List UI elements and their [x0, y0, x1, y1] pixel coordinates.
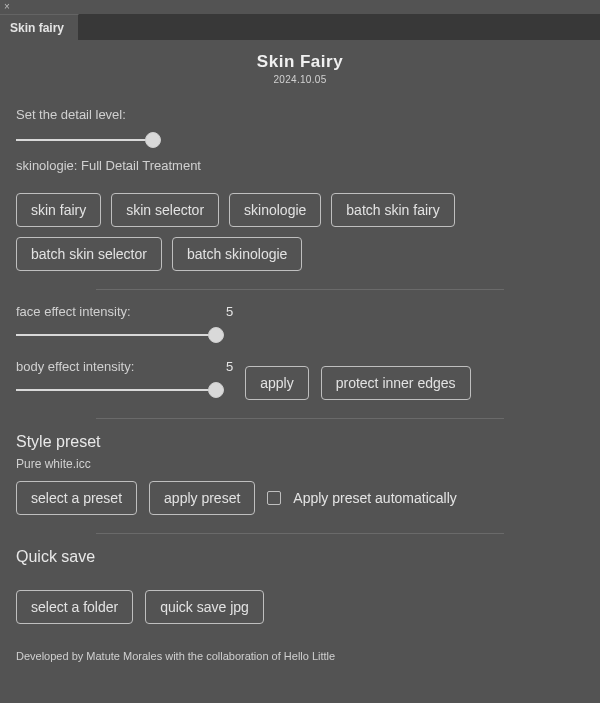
detail-level-status: skinologie: Full Detail Treatment: [16, 158, 584, 173]
mode-skinologie-button[interactable]: skinologie: [229, 193, 321, 227]
quick-save-title: Quick save: [16, 548, 584, 566]
face-intensity-value: 5: [226, 304, 233, 319]
face-intensity-slider[interactable]: [16, 325, 584, 345]
face-intensity-label: face effect intensity:: [16, 304, 226, 319]
body-intensity-value: 5: [226, 359, 233, 374]
tab-skin-fairy[interactable]: Skin fairy: [0, 14, 79, 40]
quick-save-row: select a folder quick save jpg: [16, 590, 584, 624]
panel-header: Skin Fairy 2024.10.05: [16, 52, 584, 85]
mode-button-row: skin fairy skin selector skinologie batc…: [16, 193, 584, 271]
mode-skin-selector-button[interactable]: skin selector: [111, 193, 219, 227]
separator: [96, 533, 504, 534]
mode-batch-skinologie-button[interactable]: batch skinologie: [172, 237, 302, 271]
mode-batch-skin-selector-button[interactable]: batch skin selector: [16, 237, 162, 271]
face-intensity-thumb[interactable]: [208, 327, 224, 343]
close-icon[interactable]: ×: [4, 2, 10, 12]
body-intensity-slider[interactable]: [16, 380, 233, 400]
protect-inner-edges-button[interactable]: protect inner edges: [321, 366, 471, 400]
app-date: 2024.10.05: [16, 74, 584, 85]
detail-level-slider[interactable]: [16, 130, 584, 150]
tab-strip: Skin fairy: [0, 14, 600, 40]
apply-preset-auto-label: Apply preset automatically: [293, 490, 456, 506]
body-intensity-thumb[interactable]: [208, 382, 224, 398]
quick-save-jpg-button[interactable]: quick save jpg: [145, 590, 264, 624]
apply-button[interactable]: apply: [245, 366, 308, 400]
style-preset-current: Pure white.icc: [16, 457, 584, 471]
separator: [96, 418, 504, 419]
detail-level-thumb[interactable]: [145, 132, 161, 148]
body-intensity-label: body effect intensity:: [16, 359, 226, 374]
face-intensity-block: face effect intensity: 5: [16, 304, 584, 345]
select-preset-button[interactable]: select a preset: [16, 481, 137, 515]
detail-level-label: Set the detail level:: [16, 107, 584, 122]
panel-content: Skin Fairy 2024.10.05 Set the detail lev…: [0, 40, 600, 672]
credits-text: Developed by Matute Morales with the col…: [16, 650, 584, 662]
app-title: Skin Fairy: [16, 52, 584, 72]
separator: [96, 289, 504, 290]
select-folder-button[interactable]: select a folder: [16, 590, 133, 624]
style-preset-title: Style preset: [16, 433, 584, 451]
window-titlebar: ×: [0, 0, 600, 14]
mode-batch-skin-fairy-button[interactable]: batch skin fairy: [331, 193, 454, 227]
body-intensity-row: body effect intensity: 5 apply protect i…: [16, 359, 584, 400]
style-preset-row: select a preset apply preset Apply prese…: [16, 481, 584, 515]
apply-preset-auto-checkbox[interactable]: [267, 491, 281, 505]
apply-preset-button[interactable]: apply preset: [149, 481, 255, 515]
mode-skin-fairy-button[interactable]: skin fairy: [16, 193, 101, 227]
